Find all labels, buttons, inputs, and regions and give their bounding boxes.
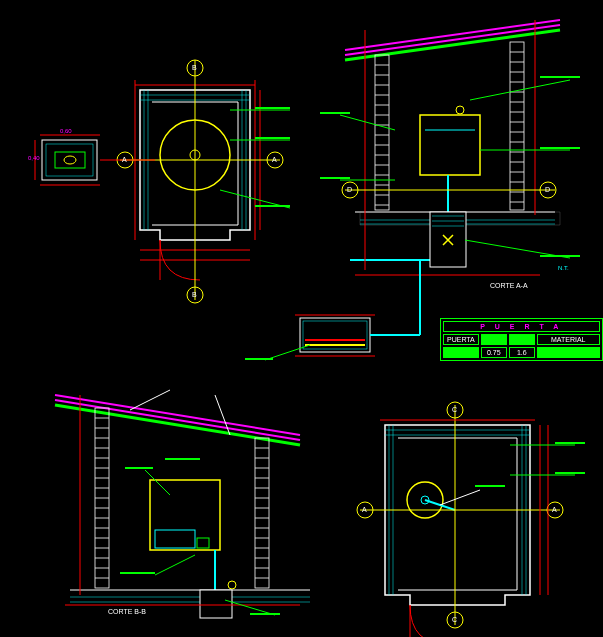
svg-line-110	[55, 400, 300, 440]
table-heading: P U E R T A	[443, 321, 600, 332]
svg-line-158	[145, 470, 170, 495]
th-h	[509, 334, 535, 345]
svg-point-149	[228, 581, 236, 589]
view-bottom-right-plan	[357, 402, 585, 637]
th-puerta: PUERTA	[443, 334, 479, 345]
svg-rect-99	[300, 318, 370, 352]
dim-1: 0,40	[28, 155, 40, 161]
view-top-left-plan	[117, 60, 290, 303]
svg-rect-27	[42, 140, 97, 180]
mark-b-top: B	[192, 64, 197, 71]
svg-rect-159	[125, 467, 153, 469]
svg-rect-26	[255, 205, 290, 207]
mark-c-b: C	[452, 616, 457, 623]
td-w: 0.75	[481, 347, 507, 358]
th-material: MATERIAL	[537, 334, 600, 345]
svg-line-188	[440, 490, 480, 505]
svg-line-36	[345, 25, 560, 55]
svg-rect-92	[540, 147, 580, 149]
td-mat	[537, 347, 600, 358]
grade-label: N.T.	[558, 265, 569, 271]
corte-b-label: CORTE B-B	[108, 608, 146, 615]
svg-line-97	[340, 115, 395, 130]
th-w	[481, 334, 507, 345]
mark-d-r: D	[545, 186, 550, 193]
svg-rect-146	[155, 530, 195, 548]
svg-rect-24	[255, 137, 290, 139]
svg-rect-153	[200, 590, 232, 618]
corte-a-label: CORTE A-A	[490, 282, 528, 289]
svg-rect-94	[540, 255, 580, 257]
svg-rect-90	[540, 76, 580, 78]
svg-rect-71	[420, 115, 480, 175]
svg-line-109	[55, 405, 300, 445]
mark-a-l2: A	[362, 506, 367, 513]
svg-rect-164	[165, 458, 200, 460]
view-top-right-section	[320, 20, 580, 275]
svg-rect-108	[245, 358, 273, 360]
td-p	[443, 347, 479, 358]
mark-d-l: D	[347, 186, 352, 193]
cad-drawing-canvas: CORTE A-A CORTE B-B N.T. 0,40 0,60 B A A…	[0, 0, 603, 637]
svg-rect-187	[555, 472, 585, 474]
door-schedule-table: P U E R T A PUERTA MATERIAL 0.75 1.6	[440, 318, 603, 361]
svg-rect-22	[255, 107, 290, 109]
svg-rect-185	[555, 442, 585, 444]
svg-rect-161	[120, 572, 155, 574]
svg-rect-28	[46, 144, 93, 176]
svg-point-82	[456, 106, 464, 114]
svg-rect-113	[255, 438, 269, 588]
svg-rect-96	[320, 177, 350, 179]
svg-line-111	[55, 395, 300, 435]
mark-b-bot: B	[192, 291, 197, 298]
svg-rect-39	[510, 42, 524, 210]
dim-2: 0,60	[60, 128, 72, 134]
svg-line-157	[215, 395, 230, 435]
td-h: 1.6	[509, 347, 535, 358]
svg-rect-98	[320, 112, 350, 114]
view-bottom-left-section	[55, 390, 310, 618]
svg-point-30	[64, 156, 76, 164]
svg-rect-29	[55, 152, 85, 168]
svg-rect-189	[475, 485, 505, 487]
mark-c-t: C	[452, 406, 457, 413]
svg-rect-38	[375, 55, 389, 210]
mark-a-left: A	[122, 156, 127, 163]
svg-rect-147	[197, 538, 209, 548]
mark-a-right: A	[272, 156, 277, 163]
mark-a-r2: A	[552, 506, 557, 513]
svg-rect-163	[250, 613, 280, 615]
svg-line-156	[130, 390, 170, 410]
svg-line-160	[155, 555, 195, 575]
svg-line-89	[470, 80, 570, 100]
view-valve-detail-left	[35, 135, 155, 185]
